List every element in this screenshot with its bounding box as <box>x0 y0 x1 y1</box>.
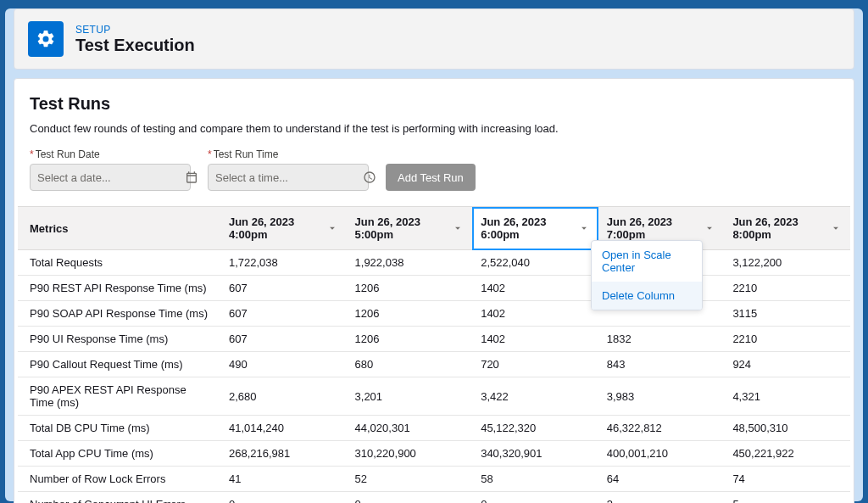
metric-value: 720 <box>472 352 598 377</box>
page-header: SETUP Test Execution <box>14 8 854 70</box>
header-titles: SETUP Test Execution <box>75 24 195 55</box>
run-header-label: Jun 26, 2023 7:00pm <box>607 215 699 241</box>
metric-value: 74 <box>724 467 850 492</box>
date-input-wrap[interactable] <box>30 164 191 191</box>
metric-name: P90 REST API Response Time (ms) <box>18 276 220 301</box>
metric-value: 58 <box>472 467 598 492</box>
metric-value: 924 <box>724 352 850 377</box>
metric-value: 2210 <box>724 327 850 352</box>
date-input[interactable] <box>37 171 180 184</box>
metric-value: 0 <box>472 492 598 504</box>
metric-name: P90 Callout Request Time (ms) <box>18 352 220 377</box>
run-header[interactable]: Jun 26, 2023 4:00pm <box>220 207 347 250</box>
metric-value: 1402 <box>472 301 598 327</box>
metric-name: Total DB CPU Time (ms) <box>18 416 220 441</box>
time-label-text: Test Run Time <box>214 148 279 160</box>
metric-value: 400,001,210 <box>598 441 725 467</box>
metric-value: 340,320,901 <box>472 441 598 467</box>
table-row: P90 SOAP API Response Time (ms)607120614… <box>18 301 850 327</box>
metric-value: 5 <box>724 492 850 504</box>
metric-value: 310,220,900 <box>347 441 473 467</box>
table-row: P90 APEX REST API Response Time (ms)2,68… <box>18 377 850 416</box>
metric-value: 3,122,200 <box>724 250 850 276</box>
app-shell: SETUP Test Execution Test Runs Conduct f… <box>5 8 863 501</box>
metric-value: 45,122,320 <box>472 416 598 441</box>
time-input[interactable] <box>215 171 358 184</box>
metric-value: 52 <box>347 467 473 492</box>
required-indicator: * <box>30 148 34 160</box>
run-header-label: Jun 26, 2023 8:00pm <box>732 215 825 241</box>
column-menu: Open in Scale Center Delete Column <box>591 240 703 310</box>
metric-value: 1206 <box>347 327 473 352</box>
run-header[interactable]: Jun 26, 2023 6:00pm <box>472 207 598 250</box>
header-eyebrow: SETUP <box>75 24 195 36</box>
time-input-wrap[interactable] <box>208 164 369 191</box>
metric-value: 1402 <box>472 327 598 352</box>
metric-name: Number of Row Lock Errors <box>18 467 220 492</box>
metric-value: 1,922,038 <box>347 250 473 276</box>
metric-value: 4,321 <box>724 377 850 416</box>
metrics-table: MetricsJun 26, 2023 4:00pmJun 26, 2023 5… <box>18 206 850 503</box>
run-header[interactable]: Jun 26, 2023 8:00pm <box>724 207 850 250</box>
section-heading: Test Runs <box>18 94 850 114</box>
metric-name: P90 SOAP API Response Time (ms) <box>18 301 220 327</box>
metric-name: P90 APEX REST API Response Time (ms) <box>18 377 220 416</box>
calendar-icon <box>185 170 198 184</box>
table-row: Number of Row Lock Errors4152586474 <box>18 467 850 492</box>
gear-icon <box>28 21 64 57</box>
metric-value: 3,983 <box>598 377 725 416</box>
metric-value: 843 <box>598 352 725 377</box>
chevron-down-icon <box>704 222 715 234</box>
required-indicator: * <box>208 148 212 160</box>
table-row: Number of Concurrent UI Errors00035 <box>18 492 850 504</box>
metric-value: 44,020,301 <box>347 416 473 441</box>
metric-value: 1832 <box>598 327 725 352</box>
metric-value: 2,680 <box>220 377 347 416</box>
menu-open-scale-center[interactable]: Open in Scale Center <box>592 241 702 282</box>
metric-value: 607 <box>220 327 347 352</box>
metric-value: 1206 <box>347 301 473 327</box>
run-header-label: Jun 26, 2023 4:00pm <box>229 215 321 241</box>
run-header-label: Jun 26, 2023 5:00pm <box>355 215 448 241</box>
controls-row: *Test Run Date *Test Run Time Add Test R… <box>18 148 850 206</box>
metric-value: 1,722,038 <box>220 250 347 276</box>
main-panel: Test Runs Conduct few rounds of testing … <box>14 78 854 503</box>
date-field: *Test Run Date <box>30 148 191 191</box>
metric-value: 1206 <box>347 276 473 301</box>
metric-value: 490 <box>220 352 347 377</box>
chevron-down-icon <box>830 222 842 234</box>
metric-value: 0 <box>347 492 473 504</box>
date-field-label: *Test Run Date <box>30 148 191 160</box>
add-test-run-button[interactable]: Add Test Run <box>386 164 476 191</box>
run-header[interactable]: Jun 26, 2023 5:00pm <box>347 207 473 250</box>
clock-icon <box>363 170 376 184</box>
metric-value: 680 <box>347 352 473 377</box>
metric-value: 607 <box>220 276 347 301</box>
page-title: Test Execution <box>75 36 195 55</box>
menu-delete-column[interactable]: Delete Column <box>592 282 702 310</box>
metric-name: Total App CPU Time (ms) <box>18 441 220 467</box>
metric-value: 3115 <box>724 301 850 327</box>
metric-value: 268,216,981 <box>220 441 347 467</box>
metric-value: 64 <box>598 467 725 492</box>
chevron-down-icon <box>578 222 590 234</box>
metric-name: Total Requests <box>18 250 220 276</box>
table-row: P90 REST API Response Time (ms)607120614… <box>18 276 850 301</box>
chevron-down-icon <box>326 222 338 234</box>
metric-value: 46,322,812 <box>598 416 725 441</box>
run-header-label: Jun 26, 2023 6:00pm <box>481 215 573 241</box>
metrics-header: Metrics <box>18 207 220 250</box>
metric-name: P90 UI Response Time (ms) <box>18 327 220 352</box>
section-description: Conduct few rounds of testing and compar… <box>18 114 850 148</box>
metric-value: 41,014,240 <box>220 416 347 441</box>
chevron-down-icon <box>452 222 464 234</box>
metric-value: 607 <box>220 301 347 327</box>
metric-value: 41 <box>220 467 347 492</box>
metric-value: 1402 <box>472 276 598 301</box>
metric-value: 2210 <box>724 276 850 301</box>
metric-value: 48,500,310 <box>724 416 850 441</box>
metric-value: 450,221,922 <box>724 441 850 467</box>
table-row: Total Requests1,722,0381,922,0382,522,04… <box>18 250 850 276</box>
time-field-label: *Test Run Time <box>208 148 369 160</box>
table-row: P90 Callout Request Time (ms)49068072084… <box>18 352 850 377</box>
